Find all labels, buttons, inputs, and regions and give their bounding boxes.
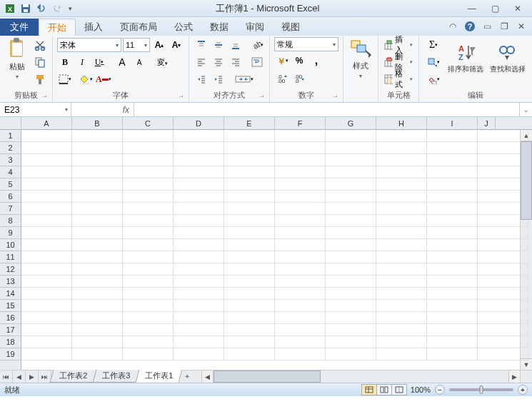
- cell[interactable]: [275, 142, 326, 154]
- cell[interactable]: [174, 300, 224, 312]
- minimize-ribbon-icon[interactable]: ◠: [446, 20, 459, 33]
- cell[interactable]: [174, 142, 224, 154]
- column-header[interactable]: D: [174, 117, 224, 129]
- cell[interactable]: [376, 324, 427, 336]
- sheet-nav-first[interactable]: ⏮: [0, 370, 13, 383]
- cell[interactable]: [174, 130, 224, 142]
- excel-icon[interactable]: X: [3, 1, 17, 16]
- cell[interactable]: [376, 276, 427, 288]
- cell[interactable]: [21, 336, 72, 348]
- find-select-button[interactable]: 查找和选择: [488, 37, 528, 80]
- cell[interactable]: [174, 348, 224, 360]
- row-header[interactable]: 2: [0, 142, 21, 154]
- cell[interactable]: [427, 166, 478, 178]
- cell[interactable]: [376, 203, 427, 215]
- ribbon-tab[interactable]: 开始: [39, 19, 76, 36]
- row-header[interactable]: 13: [0, 276, 21, 288]
- cell[interactable]: [224, 263, 275, 276]
- cell[interactable]: [478, 130, 528, 142]
- ribbon-tab[interactable]: 数据: [201, 19, 237, 36]
- cell[interactable]: [376, 227, 427, 239]
- cell[interactable]: [326, 263, 376, 276]
- paste-button[interactable]: 粘贴 ▾: [4, 37, 30, 80]
- cell[interactable]: [21, 263, 72, 276]
- cell[interactable]: [275, 312, 326, 324]
- cell[interactable]: [275, 300, 326, 312]
- column-header[interactable]: G: [326, 117, 376, 129]
- zoom-handle[interactable]: [480, 385, 483, 394]
- cell[interactable]: [427, 178, 478, 191]
- cell[interactable]: [21, 203, 72, 215]
- cell[interactable]: [224, 276, 275, 288]
- row-header[interactable]: 8: [0, 215, 21, 227]
- cell[interactable]: [21, 178, 72, 191]
- cell[interactable]: [427, 203, 478, 215]
- ribbon-tab[interactable]: 页面布局: [111, 19, 166, 36]
- cell[interactable]: [21, 142, 72, 154]
- accounting-format-button[interactable]: ￥▾: [274, 53, 290, 69]
- cell[interactable]: [72, 191, 123, 203]
- cell[interactable]: [123, 336, 174, 348]
- cell[interactable]: [326, 203, 376, 215]
- cell[interactable]: [21, 191, 72, 203]
- cell[interactable]: [326, 251, 376, 263]
- cell[interactable]: [326, 142, 376, 154]
- cell[interactable]: [275, 239, 326, 251]
- sheet-tab[interactable]: 工作表2: [50, 370, 97, 383]
- cell[interactable]: [376, 142, 427, 154]
- undo-icon[interactable]: [34, 1, 49, 16]
- ribbon-tab[interactable]: 公式: [166, 19, 201, 36]
- phonetic-button[interactable]: 変▾: [154, 54, 170, 70]
- cell[interactable]: [174, 215, 224, 227]
- cell[interactable]: [376, 336, 427, 348]
- cell[interactable]: [427, 324, 478, 336]
- cell[interactable]: [72, 300, 123, 312]
- cell[interactable]: [174, 227, 224, 239]
- cell[interactable]: [174, 178, 224, 191]
- cell[interactable]: [427, 227, 478, 239]
- cell[interactable]: [275, 276, 326, 288]
- cell[interactable]: [326, 239, 376, 251]
- format-cells-button[interactable]: 格式▾: [383, 71, 414, 87]
- cell[interactable]: [275, 263, 326, 276]
- fill-button[interactable]: ▾: [423, 54, 443, 70]
- cell[interactable]: [72, 288, 123, 300]
- column-header[interactable]: B: [72, 117, 123, 129]
- fx-button[interactable]: fx: [123, 105, 129, 115]
- cell[interactable]: [123, 324, 174, 336]
- cell[interactable]: [326, 276, 376, 288]
- row-header[interactable]: 10: [0, 239, 21, 251]
- underline-button[interactable]: U ▾: [91, 54, 107, 70]
- merge-button[interactable]: ▾: [232, 71, 256, 87]
- cell[interactable]: [224, 215, 275, 227]
- cell[interactable]: [326, 288, 376, 300]
- row-header[interactable]: 17: [0, 324, 21, 336]
- cell[interactable]: [174, 239, 224, 251]
- column-header[interactable]: C: [123, 117, 174, 129]
- cell[interactable]: [275, 251, 326, 263]
- decrease-decimal-button[interactable]: .00.0: [291, 70, 307, 86]
- maximize-button[interactable]: ▢: [486, 2, 503, 15]
- cell[interactable]: [123, 203, 174, 215]
- cell[interactable]: [427, 154, 478, 166]
- vscroll-track[interactable]: [521, 141, 532, 358]
- column-header[interactable]: A: [21, 117, 72, 129]
- select-all-corner[interactable]: [0, 117, 21, 130]
- cell[interactable]: [21, 348, 72, 360]
- cell[interactable]: [275, 324, 326, 336]
- cell[interactable]: [224, 251, 275, 263]
- comma-button[interactable]: ,: [308, 53, 324, 69]
- cell[interactable]: [376, 130, 427, 142]
- cell[interactable]: [174, 276, 224, 288]
- increase-indent-button[interactable]: [211, 71, 226, 87]
- row-header[interactable]: 19: [0, 348, 21, 360]
- sheet-tab[interactable]: 工作表1: [136, 370, 183, 383]
- cell[interactable]: [427, 239, 478, 251]
- cell[interactable]: [224, 130, 275, 142]
- number-format-combo[interactable]: 常规▾: [274, 37, 338, 51]
- row-header[interactable]: 16: [0, 312, 21, 324]
- cell[interactable]: [376, 215, 427, 227]
- font-size-combo[interactable]: 11▾: [123, 38, 150, 52]
- cell[interactable]: [72, 178, 123, 191]
- cell[interactable]: [326, 215, 376, 227]
